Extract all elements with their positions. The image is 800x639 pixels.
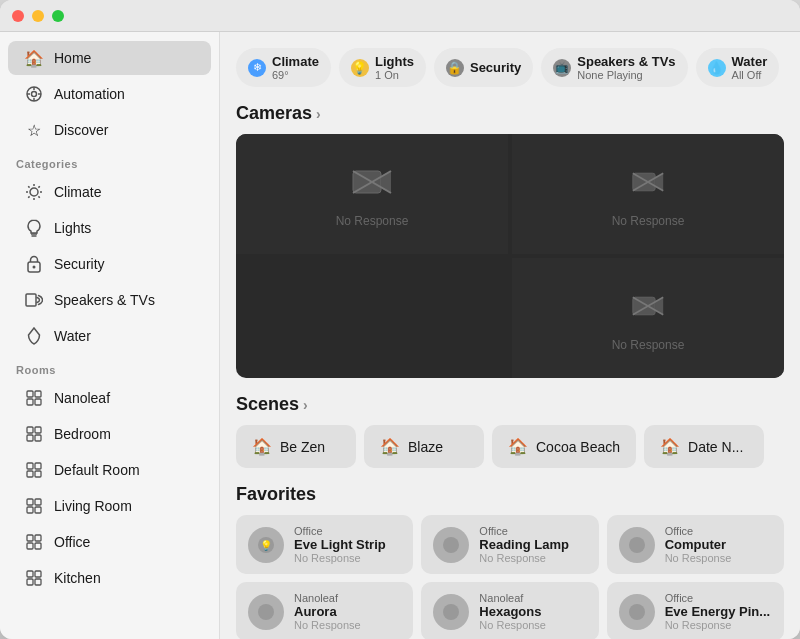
sidebar-item-default-room[interactable]: Default Room — [8, 453, 211, 487]
svg-rect-38 — [27, 543, 33, 549]
sidebar-item-discover[interactable]: ☆ Discover — [8, 113, 211, 147]
sidebar-item-nanoleaf[interactable]: Nanoleaf — [8, 381, 211, 415]
camera-cell-1[interactable]: No Response — [236, 134, 508, 254]
sidebar-item-label: Home — [54, 50, 91, 66]
sidebar-item-kitchen[interactable]: Kitchen — [8, 561, 211, 595]
scene-card-cocoa-beach[interactable]: 🏠 Cocoa Beach — [492, 425, 636, 468]
camera-cell-2[interactable]: No Response — [512, 134, 784, 254]
svg-rect-29 — [35, 463, 41, 469]
sidebar-item-climate[interactable]: Climate — [8, 175, 211, 209]
cameras-header: Cameras › — [236, 103, 784, 124]
scene-card-date-n[interactable]: 🏠 Date N... — [644, 425, 764, 468]
cameras-grid: No Response No Response — [236, 134, 784, 378]
fav-status-3: No Response — [665, 552, 732, 564]
sidebar-item-speakers-tvs[interactable]: Speakers & TVs — [8, 283, 211, 317]
sidebar-item-automation[interactable]: Automation — [8, 77, 211, 111]
camera-status-2: No Response — [612, 214, 685, 228]
titlebar — [0, 0, 800, 32]
fav-card-aurora[interactable]: Nanoleaf Aurora No Response — [236, 582, 413, 639]
home-icon: 🏠 — [24, 48, 44, 68]
sidebar-item-office[interactable]: Office — [8, 525, 211, 559]
scene-label: Cocoa Beach — [536, 439, 620, 455]
svg-rect-36 — [27, 535, 33, 541]
sidebar-item-label: Lights — [54, 220, 91, 236]
room-icon — [24, 568, 44, 588]
maximize-button[interactable] — [52, 10, 64, 22]
chip-climate[interactable]: ❄ Climate 69° — [236, 48, 331, 87]
fav-card-eve-light-strip[interactable]: 💡 Office Eve Light Strip No Response — [236, 515, 413, 574]
scenes-row: 🏠 Be Zen 🏠 Blaze 🏠 Cocoa Beach 🏠 Date N.… — [236, 425, 784, 468]
svg-rect-27 — [35, 435, 41, 441]
sidebar-item-bedroom[interactable]: Bedroom — [8, 417, 211, 451]
cameras-chevron: › — [316, 106, 321, 122]
camera-cell-3[interactable]: No Response — [512, 258, 784, 378]
room-icon — [24, 424, 44, 444]
scene-card-blaze[interactable]: 🏠 Blaze — [364, 425, 484, 468]
camera-icon-2 — [626, 160, 670, 204]
fav-card-hexagons[interactable]: Nanoleaf Hexagons No Response — [421, 582, 598, 639]
chip-lights[interactable]: 💡 Lights 1 On — [339, 48, 426, 87]
minimize-button[interactable] — [32, 10, 44, 22]
svg-point-59 — [629, 537, 645, 553]
fav-room-6: Office — [665, 592, 771, 604]
chip-speakers-tvs[interactable]: 📺 Speakers & TVs None Playing — [541, 48, 687, 87]
svg-rect-31 — [35, 471, 41, 477]
fav-avatar-3 — [619, 527, 655, 563]
svg-rect-19 — [26, 294, 36, 306]
fav-avatar-4 — [248, 594, 284, 630]
scene-card-be-zen[interactable]: 🏠 Be Zen — [236, 425, 356, 468]
chip-lights-title: Lights — [375, 54, 414, 69]
close-button[interactable] — [12, 10, 24, 22]
svg-rect-22 — [27, 399, 33, 405]
favorites-grid: 💡 Office Eve Light Strip No Response — [236, 515, 784, 639]
fav-room-3: Office — [665, 525, 732, 537]
sidebar-item-label: Nanoleaf — [54, 390, 110, 406]
svg-point-60 — [258, 604, 274, 620]
sidebar-item-label: Default Room — [54, 462, 140, 478]
scene-icon: 🏠 — [252, 437, 272, 456]
sidebar-item-security[interactable]: Security — [8, 247, 211, 281]
sidebar: 🏠 Home Automation ☆ D — [0, 32, 220, 639]
svg-rect-42 — [27, 579, 33, 585]
lights-chip-icon: 💡 — [351, 59, 369, 77]
scene-label: Blaze — [408, 439, 443, 455]
svg-rect-34 — [27, 507, 33, 513]
lights-icon — [24, 218, 44, 238]
svg-line-11 — [28, 186, 29, 187]
scenes-chevron: › — [303, 397, 308, 413]
fav-card-reading-lamp[interactable]: Office Reading Lamp No Response — [421, 515, 598, 574]
scenes-title: Scenes — [236, 394, 299, 415]
svg-rect-40 — [27, 571, 33, 577]
fav-card-eve-energy-pin[interactable]: Office Eve Energy Pin... No Response — [607, 582, 784, 639]
sidebar-item-label: Automation — [54, 86, 125, 102]
fav-avatar-2 — [433, 527, 469, 563]
sidebar-item-lights[interactable]: Lights — [8, 211, 211, 245]
water-icon — [24, 326, 44, 346]
room-icon — [24, 532, 44, 552]
sidebar-item-water[interactable]: Water — [8, 319, 211, 353]
fav-status-4: No Response — [294, 619, 361, 631]
fav-name-6: Eve Energy Pin... — [665, 604, 771, 619]
sidebar-item-label: Security — [54, 256, 105, 272]
fav-card-computer[interactable]: Office Computer No Response — [607, 515, 784, 574]
sidebar-item-home[interactable]: 🏠 Home — [8, 41, 211, 75]
sidebar-item-label: Living Room — [54, 498, 132, 514]
cameras-title: Cameras — [236, 103, 312, 124]
svg-rect-33 — [35, 499, 41, 505]
svg-rect-20 — [27, 391, 33, 397]
chip-lights-sub: 1 On — [375, 69, 414, 81]
main-content: ❄ Climate 69° 💡 Lights 1 On 🔒 — [220, 32, 800, 639]
favorites-title: Favorites — [236, 484, 784, 505]
app-body: 🏠 Home Automation ☆ D — [0, 32, 800, 639]
svg-rect-26 — [27, 435, 33, 441]
sidebar-item-living-room[interactable]: Living Room — [8, 489, 211, 523]
room-icon — [24, 496, 44, 516]
traffic-lights — [12, 10, 64, 22]
chip-speakers-title: Speakers & TVs — [577, 54, 675, 69]
svg-rect-23 — [35, 399, 41, 405]
fav-name-5: Hexagons — [479, 604, 546, 619]
rooms-label: Rooms — [0, 354, 219, 380]
svg-text:💡: 💡 — [260, 539, 273, 552]
chip-water[interactable]: 💧 Water All Off — [696, 48, 780, 87]
chip-security[interactable]: 🔒 Security — [434, 48, 533, 87]
